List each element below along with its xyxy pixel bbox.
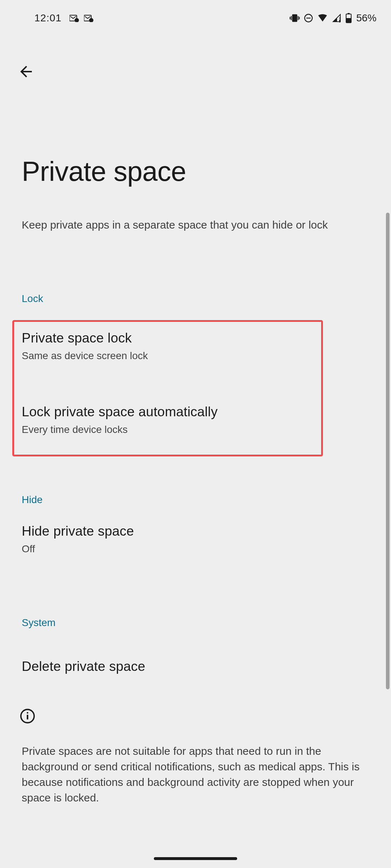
setting-subtitle: Every time device locks — [22, 424, 369, 435]
setting-title: Hide private space — [22, 524, 369, 539]
arrow-back-icon — [17, 63, 35, 80]
setting-lock-automatically[interactable]: Lock private space automatically Every t… — [22, 404, 369, 435]
setting-subtitle: Off — [22, 543, 369, 555]
section-header-system: System — [22, 617, 55, 629]
page-title: Private space — [22, 156, 186, 187]
status-time: 12:01 — [34, 12, 62, 24]
nav-handle[interactable] — [154, 857, 237, 860]
setting-title: Delete private space — [22, 659, 369, 674]
status-right: 56% — [290, 12, 377, 24]
setting-hide-private-space[interactable]: Hide private space Off — [22, 524, 369, 555]
info-icon — [20, 708, 37, 726]
svg-point-3 — [89, 18, 93, 22]
wifi-icon — [317, 14, 328, 22]
section-header-lock: Lock — [22, 293, 43, 305]
scroll-indicator[interactable] — [386, 213, 390, 689]
setting-private-space-lock[interactable]: Private space lock Same as device screen… — [22, 331, 369, 362]
battery-percent: 56% — [356, 12, 377, 24]
back-button[interactable] — [15, 61, 37, 82]
svg-rect-5 — [306, 18, 311, 18]
section-header-hide: Hide — [22, 494, 43, 506]
setting-title: Lock private space automatically — [22, 404, 369, 420]
info-text: Private spaces are not suitable for apps… — [22, 744, 362, 806]
svg-rect-10 — [346, 18, 351, 23]
svg-point-13 — [27, 712, 28, 714]
dnd-icon — [303, 13, 314, 23]
signal-icon — [332, 14, 342, 22]
svg-point-1 — [75, 18, 79, 22]
setting-delete-private-space[interactable]: Delete private space — [22, 659, 369, 674]
setting-title: Private space lock — [22, 331, 369, 346]
setting-subtitle: Same as device screen lock — [22, 350, 369, 362]
status-left: 12:01 — [34, 12, 93, 24]
svg-point-7 — [339, 18, 340, 19]
page-subtitle: Keep private apps in a separate space th… — [22, 217, 369, 233]
svg-rect-6 — [339, 20, 340, 22]
status-bar: 12:01 56% — [0, 0, 391, 29]
vibrate-icon — [290, 13, 300, 23]
outlook-icon — [84, 14, 93, 22]
battery-icon — [345, 13, 352, 23]
outlook-icon — [70, 14, 79, 22]
